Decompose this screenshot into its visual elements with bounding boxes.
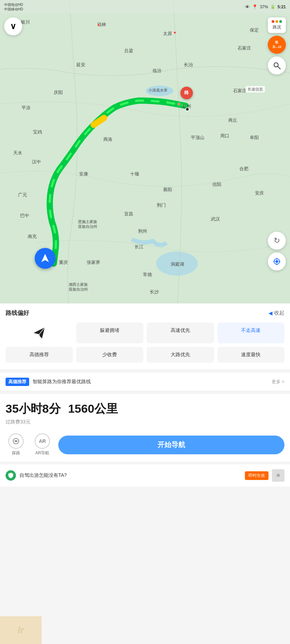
svg-point-1 xyxy=(156,251,198,276)
dot-red xyxy=(272,20,274,23)
rec-badge: 高德推荐 xyxy=(6,378,29,386)
svg-point-2 xyxy=(146,86,173,96)
chevron-down-icon: ∨ xyxy=(10,22,16,31)
carrier-info: 中国电信HD 中国移动HD xyxy=(4,2,23,11)
route-pref-header: 路线偏好 ◀ 收起 xyxy=(6,309,284,317)
city-dot-zhengzhou xyxy=(178,103,180,105)
promo-banner: 自驾出游怎能没有TA? 即时生效 保 xyxy=(0,464,290,487)
action-row: 探路 AR AR导航 开始导航 xyxy=(6,433,284,456)
triangle-left-icon: ◀ xyxy=(268,310,273,316)
collapse-button[interactable]: ∨ xyxy=(4,17,22,35)
eye-icon: 👁 xyxy=(245,4,250,10)
pref-main-road[interactable]: 大路优先 xyxy=(147,347,214,363)
traffic-button[interactable]: 路况 xyxy=(268,17,286,33)
route-preference-panel: 路线偏好 ◀ 收起 躲避拥堵 高速优先 不走高速 高德推荐 少收费 大路优先 速… xyxy=(0,303,290,370)
refresh-button[interactable]: ↻ xyxy=(268,232,286,250)
search-button[interactable] xyxy=(268,57,286,75)
paper-plane-icon xyxy=(32,326,46,340)
route-duration: 35小时8分 xyxy=(6,402,61,415)
promo-text: 自驾出游怎能没有TA? xyxy=(19,472,241,479)
pref-no-highway[interactable]: 不走高速 xyxy=(218,323,285,343)
explore-button[interactable]: 探路 xyxy=(6,433,26,456)
route-info-label: 长途信息 xyxy=(246,86,265,93)
limit-icon: 限 xyxy=(272,40,282,45)
svg-line-5 xyxy=(278,67,280,69)
route-main-info: 35小时8分 1560公里 xyxy=(6,401,284,417)
city-dot-yulin xyxy=(97,24,100,26)
pref-gaode-recommend[interactable]: 高德推荐 xyxy=(6,347,73,363)
locate-icon xyxy=(273,257,281,266)
speed-limit-badge[interactable]: 限 京...16 xyxy=(268,36,286,54)
limit-label: 京...16 xyxy=(272,45,282,49)
svg-marker-12 xyxy=(41,254,49,262)
shield-icon xyxy=(6,470,16,481)
start-nav-button[interactable]: 开始导航 xyxy=(58,436,284,454)
bottom-panel: 路线偏好 ◀ 收起 躲避拥堵 高速优先 不走高速 高德推荐 少收费 大路优先 速… xyxy=(0,303,290,644)
ar-nav-label: AR导航 xyxy=(35,450,50,456)
start-nav-label: 开始导航 xyxy=(157,440,185,449)
ar-nav-button[interactable]: AR AR导航 xyxy=(32,433,53,456)
traffic-label: 路况 xyxy=(273,24,281,30)
explore-icon-container xyxy=(8,433,24,449)
nav-arrow-icon xyxy=(39,252,51,264)
promo-logo: 保 xyxy=(272,469,284,482)
ar-nav-icon-container: AR xyxy=(35,433,50,449)
explore-icon xyxy=(12,437,20,445)
location-icon: 📍 xyxy=(252,4,258,10)
refresh-icon: ↻ xyxy=(274,236,280,245)
collapse-route-pref-button[interactable]: ◀ 收起 xyxy=(268,310,284,316)
rec-more-button[interactable]: 更多 > xyxy=(272,379,284,385)
destination-marker: 终 xyxy=(180,87,193,99)
route-info-card: 35小时8分 1560公里 过路费33元 探路 AR xyxy=(0,394,290,462)
navigation-arrow xyxy=(35,248,56,269)
city-dot-taiyuan xyxy=(173,31,176,34)
svg-point-6 xyxy=(275,260,278,263)
search-icon xyxy=(273,61,281,70)
svg-point-3 xyxy=(186,108,189,111)
pref-fastest[interactable]: 速度最快 xyxy=(218,347,285,363)
status-indicators: 👁 📍 37% 🔋 5:21 xyxy=(245,4,286,10)
ar-text: AR xyxy=(39,438,46,444)
battery-icon: 🔋 xyxy=(270,5,275,9)
pref-icon-cell xyxy=(6,323,73,343)
map-controls: 路况 限 京...16 xyxy=(268,17,286,75)
locate-button[interactable] xyxy=(268,252,286,271)
route-pref-title: 路线偏好 xyxy=(6,309,29,317)
route-distance: 1560公里 xyxy=(68,402,118,415)
pref-highway-priority[interactable]: 高速优先 xyxy=(147,323,214,343)
svg-point-4 xyxy=(274,63,278,67)
map-area[interactable]: 银川 榆林 太原 延安 吕梁 临汾 长治 庆阳 平凉 宝鸡 商洛 天水 汉中 安… xyxy=(0,0,290,312)
pref-avoid-congestion[interactable]: 躲避拥堵 xyxy=(76,323,144,343)
dot-orange xyxy=(275,20,278,23)
shield-svg xyxy=(8,472,14,479)
explore-label: 探路 xyxy=(12,450,20,456)
rec-text: 智能算路为你推荐最优路线 xyxy=(33,379,268,385)
route-pref-grid: 躲避拥堵 高速优先 不走高速 高德推荐 少收费 大路优先 速度最快 xyxy=(6,323,284,363)
svg-point-17 xyxy=(15,440,17,442)
recommendation-banner: 高德推荐 智能算路为你推荐最优路线 更多 > xyxy=(0,373,290,391)
dot-green xyxy=(279,20,282,23)
pref-less-toll[interactable]: 少收费 xyxy=(76,347,144,363)
traffic-dots xyxy=(272,20,282,23)
collapse-label: 收起 xyxy=(274,310,284,316)
promo-action-button[interactable]: 即时生效 xyxy=(245,471,268,480)
watermark: Ir xyxy=(0,616,42,644)
status-bar: 中国电信HD 中国移动HD 👁 📍 37% 🔋 5:21 xyxy=(0,0,290,14)
route-fee: 过路费33元 xyxy=(6,419,284,425)
